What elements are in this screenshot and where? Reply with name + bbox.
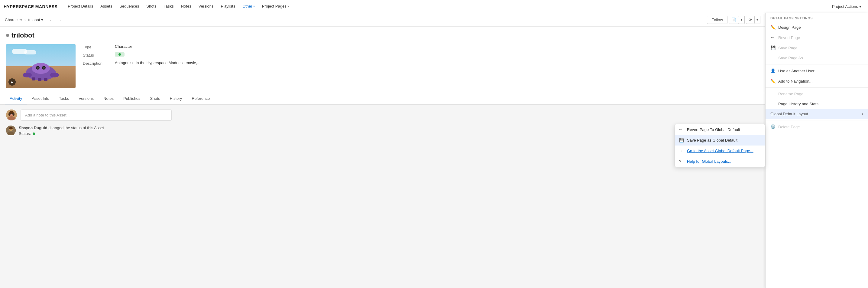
- type-label: Type: [83, 44, 110, 49]
- tab-tasks[interactable]: Tasks: [54, 93, 74, 104]
- asset-thumbnail: ▶: [6, 44, 75, 88]
- status-green-dot: [119, 53, 121, 56]
- settings-design-page[interactable]: ✏️ Design Page: [766, 22, 868, 32]
- asset-header: trilobot: [0, 27, 765, 93]
- divider-1: [766, 64, 868, 64]
- user-avatar: [6, 110, 17, 120]
- note-input-box: Add a note to this Asset...: [6, 110, 759, 121]
- breadcrumb-parent[interactable]: Character: [5, 18, 22, 22]
- status-row: Status: [83, 52, 759, 57]
- tab-publishes[interactable]: Publishes: [119, 93, 145, 104]
- tab-activity[interactable]: Activity: [5, 93, 27, 104]
- sub-item-save-global[interactable]: 💾 Save Page as Global Default: [675, 135, 765, 145]
- nav-forward-button[interactable]: →: [56, 17, 63, 23]
- breadcrumb-nav: ← →: [48, 17, 63, 23]
- play-button[interactable]: ▶: [8, 78, 16, 86]
- project-actions-caret: ▾: [859, 4, 861, 9]
- nav-item-assets[interactable]: Assets: [97, 0, 115, 13]
- nav-item-notes[interactable]: Notes: [178, 0, 194, 13]
- top-nav: HYPERSPACE MADNESS Project Details Asset…: [0, 0, 868, 13]
- refresh-dropdown-button[interactable]: ▾: [755, 16, 761, 24]
- activity-status-dot: [33, 133, 35, 135]
- refresh-btn-group: ⟳ ▾: [746, 16, 761, 24]
- divider-2: [766, 87, 868, 88]
- tab-versions[interactable]: Versions: [74, 93, 98, 104]
- page-wrapper: HYPERSPACE MADNESS Project Details Asset…: [0, 0, 868, 288]
- right-panel: DETAIL PAGE SETTINGS ✏️ Design Page ↩ Re…: [765, 13, 868, 288]
- svg-point-1: [32, 63, 50, 74]
- status-label: Status: [83, 52, 110, 57]
- settings-use-as-another-user[interactable]: 👤 Use as Another User: [766, 66, 868, 76]
- description-row: Description Antagonist. In the Hyperspac…: [83, 60, 759, 66]
- type-row: Type Character: [83, 44, 759, 49]
- svg-point-4: [37, 67, 39, 69]
- sub-item-goto-global[interactable]: → Go to the Asset Global Default Page...: [675, 145, 765, 156]
- asset-details: Type Character Status Description Antago…: [83, 44, 759, 88]
- sub-item-revert-global[interactable]: ↩ Revert Page To Global Default: [675, 124, 765, 135]
- activity-user: Shayna Duguid: [19, 125, 48, 130]
- header-actions: Follow 📄 ▾ ⟳ ▾: [707, 16, 761, 24]
- nav-item-tasks[interactable]: Tasks: [160, 0, 177, 13]
- docs-dropdown-button[interactable]: ▾: [739, 16, 745, 24]
- nav-item-project-pages[interactable]: Project Pages ▾: [259, 0, 292, 13]
- settings-page-history[interactable]: Page History and Stats...: [766, 99, 868, 109]
- asset-name: trilobot: [11, 31, 34, 39]
- follow-button[interactable]: Follow: [707, 16, 727, 24]
- nav-back-button[interactable]: ←: [48, 17, 55, 23]
- settings-save-page: 💾 Save Page: [766, 42, 868, 53]
- tab-reference[interactable]: Reference: [187, 93, 215, 104]
- note-input[interactable]: Add a note to this Asset...: [21, 110, 172, 121]
- svg-point-6: [23, 73, 32, 78]
- activity-item-1: Shayna Duguid changed the status of this…: [6, 125, 759, 136]
- revert-global-icon: ↩: [679, 127, 684, 132]
- goto-global-icon: →: [679, 148, 684, 153]
- svg-point-25: [9, 127, 13, 129]
- description-label: Description: [83, 60, 110, 66]
- tab-history[interactable]: History: [165, 93, 187, 104]
- project-actions-button[interactable]: Project Actions ▾: [829, 3, 864, 10]
- activity-content: Shayna Duguid changed the status of this…: [19, 125, 104, 136]
- svg-rect-10: [44, 78, 48, 81]
- activity-user-avatar: [6, 125, 16, 135]
- nav-item-shots[interactable]: Shots: [143, 0, 159, 13]
- svg-rect-9: [38, 78, 41, 81]
- docs-btn-group: 📄 ▾: [729, 16, 745, 24]
- tab-notes[interactable]: Notes: [98, 93, 119, 104]
- type-value: Character: [115, 44, 132, 49]
- sub-dropdown: ↩ Revert Page To Global Default 💾 Save P…: [675, 124, 765, 167]
- activity-avatar-svg: [6, 125, 16, 135]
- settings-global-default[interactable]: Global Default Layout ›: [766, 109, 868, 119]
- asset-body: ▶ Type Character Status: [6, 44, 759, 88]
- save-page-icon: 💾: [770, 46, 775, 50]
- status-badge: [115, 52, 125, 57]
- nav-item-project-details[interactable]: Project Details: [65, 0, 96, 13]
- activity-text: Shayna Duguid changed the status of this…: [19, 125, 104, 130]
- avatar-svg: [6, 110, 17, 120]
- brand: HYPERSPACE MADNESS: [4, 4, 57, 9]
- breadcrumb-sep: ›: [25, 18, 26, 22]
- add-to-navigation-icon: ✏️: [770, 79, 775, 84]
- svg-point-5: [43, 67, 45, 69]
- nav-right: Project Actions ▾: [829, 3, 864, 10]
- design-page-icon: ✏️: [770, 25, 775, 30]
- settings-add-to-navigation[interactable]: ✏️ Add to Navigation...: [766, 76, 868, 86]
- project-pages-caret: ▾: [287, 4, 289, 8]
- nav-item-sequences[interactable]: Sequences: [116, 0, 142, 13]
- sub-item-help-global[interactable]: ? Help for Global Layouts...: [675, 156, 765, 167]
- nav-item-versions[interactable]: Versions: [195, 0, 217, 13]
- tab-asset-info[interactable]: Asset Info: [27, 93, 54, 104]
- breadcrumb-current[interactable]: trilobot ▾: [28, 18, 43, 22]
- nav-item-other[interactable]: Other ▾: [239, 0, 258, 13]
- activity-area: Add a note to this Asset...: [0, 105, 765, 144]
- main-scrollable: Character › trilobot ▾ ← → Follow 📄: [0, 13, 765, 288]
- settings-rename-page: Rename Page...: [766, 89, 868, 99]
- nav-item-playlists[interactable]: Playlists: [218, 0, 239, 13]
- docs-icon-button[interactable]: 📄: [729, 16, 739, 24]
- nav-items: Project Details Assets Sequences Shots T…: [65, 0, 829, 13]
- refresh-button[interactable]: ⟳: [746, 16, 755, 24]
- activity-status-row: Status:: [19, 131, 104, 136]
- help-global-icon: ?: [679, 159, 684, 164]
- tab-shots[interactable]: Shots: [145, 93, 165, 104]
- divider-3: [766, 120, 868, 120]
- global-default-arrow: ›: [862, 112, 863, 116]
